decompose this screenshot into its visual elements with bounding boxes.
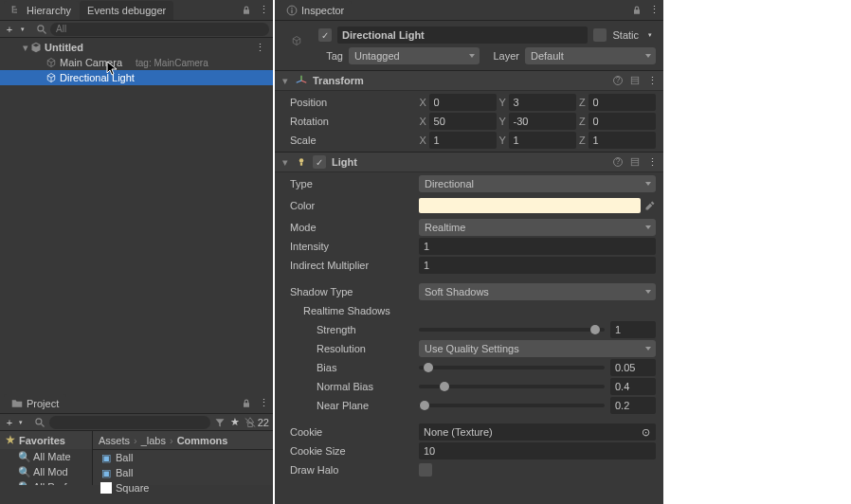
intensity-input[interactable] <box>419 238 656 255</box>
svg-line-5 <box>44 30 46 33</box>
light-color-field[interactable] <box>419 198 641 213</box>
asset-item[interactable]: Square <box>93 480 273 495</box>
asset-item[interactable]: ▣Ball <box>93 465 273 480</box>
svg-rect-25 <box>631 158 639 166</box>
svg-rect-22 <box>300 163 302 166</box>
favorite-item[interactable]: 🔍All Pref <box>0 479 92 485</box>
indirect-input[interactable] <box>419 257 656 274</box>
x-label: X <box>419 135 427 146</box>
tab-events-label: Events debugger <box>87 5 166 16</box>
gameobject-row[interactable]: Directional Light <box>0 70 273 85</box>
rotation-y-input[interactable] <box>509 113 576 130</box>
preset-icon[interactable] <box>629 75 641 86</box>
resolution-dropdown[interactable]: Use Quality Settings <box>419 340 656 357</box>
layer-dropdown[interactable]: Default <box>525 47 656 64</box>
gameobject-row[interactable]: Main Camera tag: MainCamera <box>0 55 273 70</box>
tab-hierarchy[interactable]: Hierarchy <box>4 1 79 20</box>
crumb[interactable]: Assets <box>99 435 130 446</box>
cookie-size-input[interactable] <box>419 442 656 459</box>
object-name-input[interactable] <box>337 27 588 44</box>
normal-bias-input[interactable] <box>610 378 656 395</box>
lock-icon[interactable] <box>631 5 643 16</box>
static-checkbox[interactable] <box>593 28 607 42</box>
foldout-arrow-icon[interactable]: ▾ <box>21 42 30 54</box>
favorites-header[interactable]: ★ Favorites <box>0 431 92 449</box>
gameobject-icon <box>45 72 57 83</box>
tab-events-debugger[interactable]: Events debugger <box>80 1 173 20</box>
asset-item[interactable]: ▣Ball <box>93 450 273 465</box>
near-plane-input[interactable] <box>610 397 656 414</box>
help-icon[interactable]: ? <box>612 75 624 86</box>
scale-y-input[interactable] <box>509 132 576 149</box>
star-icon[interactable]: ★ <box>229 417 241 428</box>
preset-icon[interactable] <box>629 156 641 168</box>
shadow-type-dropdown[interactable]: Soft Shadows <box>419 283 656 300</box>
foldout-arrow-icon[interactable]: ▾ <box>281 156 290 169</box>
project-tabs: Project ⋮ <box>0 393 273 414</box>
light-header[interactable]: ▾ Light ? ⋮ <box>275 152 663 172</box>
add-icon[interactable]: + <box>4 24 15 35</box>
near-plane-slider[interactable] <box>419 404 605 407</box>
transform-icon <box>296 75 307 86</box>
kebab-icon[interactable]: ⋮ <box>648 5 660 16</box>
crumb[interactable]: Commons <box>177 435 228 446</box>
scene-row[interactable]: ▾ Untitled ⋮ <box>0 40 273 55</box>
normal-bias-slider[interactable] <box>419 385 605 388</box>
lock-icon[interactable] <box>241 398 252 409</box>
type-label: Type <box>282 178 415 189</box>
project-content: Assets› _labs› Commons ▣Ball ▣Ball Squar… <box>93 431 273 485</box>
strength-slider[interactable] <box>419 328 605 332</box>
foldout-arrow-icon[interactable]: ▾ <box>281 75 290 87</box>
rotation-x-input[interactable] <box>429 113 497 130</box>
kebab-icon[interactable]: ⋮ <box>646 156 658 168</box>
gameobject-large-icon[interactable] <box>282 27 311 55</box>
tab-project[interactable]: Project <box>4 394 66 413</box>
tag-dropdown[interactable]: Untagged <box>349 47 480 64</box>
kebab-icon[interactable]: ⋮ <box>254 42 265 53</box>
draw-halo-checkbox[interactable] <box>419 463 432 477</box>
kebab-icon[interactable]: ⋮ <box>646 75 658 86</box>
position-y-input[interactable] <box>509 94 576 111</box>
project-search-input[interactable] <box>49 416 210 429</box>
hierarchy-icon <box>11 5 23 16</box>
add-icon[interactable]: + <box>4 417 15 428</box>
active-checkbox[interactable] <box>318 28 332 42</box>
add-chevron-icon[interactable]: ▾ <box>15 417 27 428</box>
strength-input[interactable] <box>610 321 656 338</box>
kebab-icon[interactable]: ⋮ <box>258 5 269 16</box>
scale-z-input[interactable] <box>588 132 656 149</box>
light-mode-dropdown[interactable]: Realtime <box>419 219 656 236</box>
lock-icon[interactable] <box>241 5 252 16</box>
filter-icon[interactable] <box>214 417 226 428</box>
kebab-icon[interactable]: ⋮ <box>258 398 269 409</box>
visibility-icon[interactable] <box>244 417 256 428</box>
tab-hierarchy-label: Hierarchy <box>27 5 71 16</box>
tab-inspector[interactable]: Inspector <box>279 1 352 20</box>
favorite-item[interactable]: 🔍All Mod <box>0 464 92 479</box>
static-chevron-icon[interactable]: ▾ <box>644 29 656 41</box>
light-type-dropdown[interactable]: Directional <box>419 175 656 192</box>
position-z-input[interactable] <box>588 94 656 111</box>
light-enabled-checkbox[interactable] <box>313 155 326 169</box>
z-label: Z <box>578 97 587 108</box>
bias-slider[interactable] <box>419 366 605 369</box>
crumb[interactable]: _labs <box>141 435 166 446</box>
svg-line-15 <box>297 81 301 82</box>
cookie-field[interactable]: None (Texture)⊙ <box>419 423 656 441</box>
shadow-type-label: Shadow Type <box>282 286 415 297</box>
near-plane-label: Near Plane <box>282 400 415 411</box>
rotation-z-input[interactable] <box>588 113 656 130</box>
transform-header[interactable]: ▾ Transform ? ⋮ <box>275 70 663 91</box>
hierarchy-search-input[interactable] <box>50 23 269 36</box>
add-chevron-icon[interactable]: ▾ <box>17 24 28 35</box>
scale-x-input[interactable] <box>429 132 497 149</box>
help-icon[interactable]: ? <box>612 156 624 168</box>
position-x-input[interactable] <box>429 94 497 111</box>
svg-rect-1 <box>13 9 17 9</box>
mode-label: Mode <box>282 222 415 233</box>
bias-input[interactable] <box>610 359 656 376</box>
object-picker-icon[interactable]: ⊙ <box>640 426 651 438</box>
tab-project-label: Project <box>27 398 59 409</box>
eyedropper-icon[interactable] <box>644 200 656 211</box>
favorite-item[interactable]: 🔍All Mate <box>0 449 92 464</box>
